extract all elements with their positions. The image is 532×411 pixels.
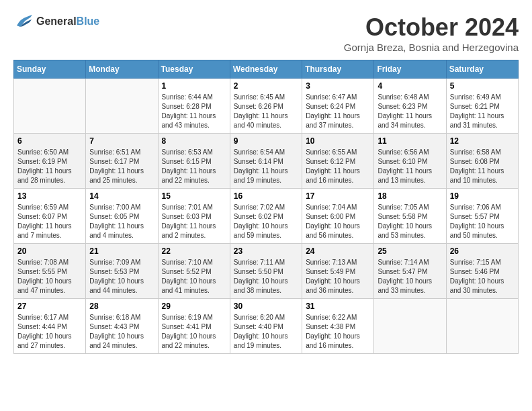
- day-info: Sunrise: 6:49 AM Sunset: 6:21 PM Dayligh…: [450, 93, 515, 130]
- day-number: 24: [306, 246, 370, 256]
- day-number: 28: [89, 302, 154, 311]
- calendar-cell: 13Sunrise: 6:59 AM Sunset: 6:07 PM Dayli…: [14, 189, 86, 244]
- weekday-header-thursday: Thursday: [302, 60, 374, 79]
- day-number: 6: [17, 136, 82, 146]
- calendar-week-row-4: 20Sunrise: 7:08 AM Sunset: 5:55 PM Dayli…: [14, 244, 519, 299]
- day-number: 5: [450, 81, 515, 91]
- calendar-cell: 5Sunrise: 6:49 AM Sunset: 6:21 PM Daylig…: [446, 79, 518, 134]
- calendar-cell: 21Sunrise: 7:09 AM Sunset: 5:53 PM Dayli…: [86, 244, 158, 299]
- day-number: 29: [162, 302, 226, 311]
- calendar-cell: 12Sunrise: 6:58 AM Sunset: 6:08 PM Dayli…: [446, 134, 518, 189]
- calendar-cell: 24Sunrise: 7:13 AM Sunset: 5:49 PM Dayli…: [302, 244, 374, 299]
- day-info: Sunrise: 7:13 AM Sunset: 5:49 PM Dayligh…: [306, 258, 370, 295]
- calendar-cell: 2Sunrise: 6:45 AM Sunset: 6:26 PM Daylig…: [230, 79, 302, 134]
- calendar-cell: 3Sunrise: 6:47 AM Sunset: 6:24 PM Daylig…: [302, 79, 374, 134]
- day-info: Sunrise: 7:06 AM Sunset: 5:57 PM Dayligh…: [450, 203, 515, 240]
- day-number: 20: [17, 246, 82, 256]
- day-number: 13: [17, 191, 82, 201]
- day-info: Sunrise: 6:44 AM Sunset: 6:28 PM Dayligh…: [162, 93, 226, 130]
- calendar-week-row-5: 27Sunrise: 6:17 AM Sunset: 4:44 PM Dayli…: [14, 299, 519, 354]
- calendar-cell: 7Sunrise: 6:51 AM Sunset: 6:17 PM Daylig…: [86, 134, 158, 189]
- calendar-cell: 1Sunrise: 6:44 AM Sunset: 6:28 PM Daylig…: [158, 79, 230, 134]
- calendar-cell: 27Sunrise: 6:17 AM Sunset: 4:44 PM Dayli…: [14, 299, 86, 354]
- day-info: Sunrise: 6:56 AM Sunset: 6:10 PM Dayligh…: [378, 148, 442, 185]
- month-title: October 2024: [344, 13, 519, 42]
- day-info: Sunrise: 6:53 AM Sunset: 6:15 PM Dayligh…: [162, 148, 226, 185]
- calendar-cell: [86, 79, 158, 134]
- weekday-header-monday: Monday: [86, 60, 158, 79]
- day-info: Sunrise: 6:48 AM Sunset: 6:23 PM Dayligh…: [378, 93, 442, 130]
- day-number: 2: [234, 81, 298, 91]
- day-number: 18: [378, 191, 442, 201]
- day-info: Sunrise: 6:18 AM Sunset: 4:43 PM Dayligh…: [89, 313, 154, 351]
- weekday-header-sunday: Sunday: [14, 60, 86, 79]
- calendar-cell: 22Sunrise: 7:10 AM Sunset: 5:52 PM Dayli…: [158, 244, 230, 299]
- calendar-cell: 19Sunrise: 7:06 AM Sunset: 5:57 PM Dayli…: [446, 189, 518, 244]
- day-info: Sunrise: 6:47 AM Sunset: 6:24 PM Dayligh…: [306, 93, 370, 130]
- calendar-cell: 6Sunrise: 6:50 AM Sunset: 6:19 PM Daylig…: [14, 134, 86, 189]
- weekday-header-tuesday: Tuesday: [158, 60, 230, 79]
- weekday-header-saturday: Saturday: [446, 60, 518, 79]
- day-info: Sunrise: 7:14 AM Sunset: 5:47 PM Dayligh…: [378, 258, 442, 295]
- calendar-week-row-2: 6Sunrise: 6:50 AM Sunset: 6:19 PM Daylig…: [14, 134, 519, 189]
- day-info: Sunrise: 7:02 AM Sunset: 6:02 PM Dayligh…: [234, 203, 298, 240]
- calendar-cell: 8Sunrise: 6:53 AM Sunset: 6:15 PM Daylig…: [158, 134, 230, 189]
- day-info: Sunrise: 6:19 AM Sunset: 4:41 PM Dayligh…: [162, 313, 226, 351]
- day-number: 10: [306, 136, 370, 146]
- day-info: Sunrise: 7:09 AM Sunset: 5:53 PM Dayligh…: [89, 258, 154, 295]
- logo: GeneralBlue: [13, 13, 99, 30]
- page-header: GeneralBlue October 2024 Gornja Breza, B…: [13, 13, 519, 53]
- day-info: Sunrise: 6:59 AM Sunset: 6:07 PM Dayligh…: [17, 203, 82, 240]
- day-number: 30: [234, 302, 298, 311]
- day-info: Sunrise: 6:17 AM Sunset: 4:44 PM Dayligh…: [17, 313, 82, 351]
- calendar-cell: 18Sunrise: 7:05 AM Sunset: 5:58 PM Dayli…: [374, 189, 446, 244]
- day-info: Sunrise: 6:51 AM Sunset: 6:17 PM Dayligh…: [89, 148, 154, 185]
- day-info: Sunrise: 6:58 AM Sunset: 6:08 PM Dayligh…: [450, 148, 515, 185]
- title-section: October 2024 Gornja Breza, Bosnia and He…: [344, 13, 519, 53]
- day-number: 19: [450, 191, 515, 201]
- calendar-cell: [446, 299, 518, 354]
- logo-bird-icon: [13, 13, 34, 30]
- day-info: Sunrise: 6:22 AM Sunset: 4:38 PM Dayligh…: [306, 313, 370, 351]
- calendar-cell: 17Sunrise: 7:04 AM Sunset: 6:00 PM Dayli…: [302, 189, 374, 244]
- calendar-cell: 25Sunrise: 7:14 AM Sunset: 5:47 PM Dayli…: [374, 244, 446, 299]
- calendar-table: SundayMondayTuesdayWednesdayThursdayFrid…: [13, 60, 519, 354]
- day-number: 21: [89, 246, 154, 256]
- calendar-cell: 10Sunrise: 6:55 AM Sunset: 6:12 PM Dayli…: [302, 134, 374, 189]
- day-number: 11: [378, 136, 442, 146]
- day-number: 16: [234, 191, 298, 201]
- calendar-cell: 15Sunrise: 7:01 AM Sunset: 6:03 PM Dayli…: [158, 189, 230, 244]
- day-number: 17: [306, 191, 370, 201]
- day-info: Sunrise: 6:20 AM Sunset: 4:40 PM Dayligh…: [234, 313, 298, 351]
- calendar-cell: 4Sunrise: 6:48 AM Sunset: 6:23 PM Daylig…: [374, 79, 446, 134]
- calendar-cell: [374, 299, 446, 354]
- location: Gornja Breza, Bosnia and Herzegovina: [344, 42, 519, 53]
- calendar-week-row-3: 13Sunrise: 6:59 AM Sunset: 6:07 PM Dayli…: [14, 189, 519, 244]
- day-number: 4: [378, 81, 442, 91]
- calendar-cell: 11Sunrise: 6:56 AM Sunset: 6:10 PM Dayli…: [374, 134, 446, 189]
- day-info: Sunrise: 7:04 AM Sunset: 6:00 PM Dayligh…: [306, 203, 370, 240]
- calendar-week-row-1: 1Sunrise: 6:44 AM Sunset: 6:28 PM Daylig…: [14, 79, 519, 134]
- day-number: 14: [89, 191, 154, 201]
- calendar-cell: [14, 79, 86, 134]
- calendar-cell: 26Sunrise: 7:15 AM Sunset: 5:46 PM Dayli…: [446, 244, 518, 299]
- day-number: 8: [162, 136, 226, 146]
- weekday-header-wednesday: Wednesday: [230, 60, 302, 79]
- calendar-cell: 16Sunrise: 7:02 AM Sunset: 6:02 PM Dayli…: [230, 189, 302, 244]
- day-number: 27: [17, 302, 82, 311]
- logo-text: GeneralBlue: [36, 15, 99, 28]
- calendar-cell: 23Sunrise: 7:11 AM Sunset: 5:50 PM Dayli…: [230, 244, 302, 299]
- day-info: Sunrise: 7:00 AM Sunset: 6:05 PM Dayligh…: [89, 203, 154, 240]
- day-info: Sunrise: 7:10 AM Sunset: 5:52 PM Dayligh…: [162, 258, 226, 295]
- day-info: Sunrise: 6:55 AM Sunset: 6:12 PM Dayligh…: [306, 148, 370, 185]
- calendar-cell: 9Sunrise: 6:54 AM Sunset: 6:14 PM Daylig…: [230, 134, 302, 189]
- day-info: Sunrise: 6:45 AM Sunset: 6:26 PM Dayligh…: [234, 93, 298, 130]
- day-info: Sunrise: 6:54 AM Sunset: 6:14 PM Dayligh…: [234, 148, 298, 185]
- day-number: 15: [162, 191, 226, 201]
- day-number: 12: [450, 136, 515, 146]
- calendar-cell: 20Sunrise: 7:08 AM Sunset: 5:55 PM Dayli…: [14, 244, 86, 299]
- day-info: Sunrise: 7:15 AM Sunset: 5:46 PM Dayligh…: [450, 258, 515, 295]
- day-number: 1: [162, 81, 226, 91]
- calendar-cell: 31Sunrise: 6:22 AM Sunset: 4:38 PM Dayli…: [302, 299, 374, 354]
- day-info: Sunrise: 7:08 AM Sunset: 5:55 PM Dayligh…: [17, 258, 82, 295]
